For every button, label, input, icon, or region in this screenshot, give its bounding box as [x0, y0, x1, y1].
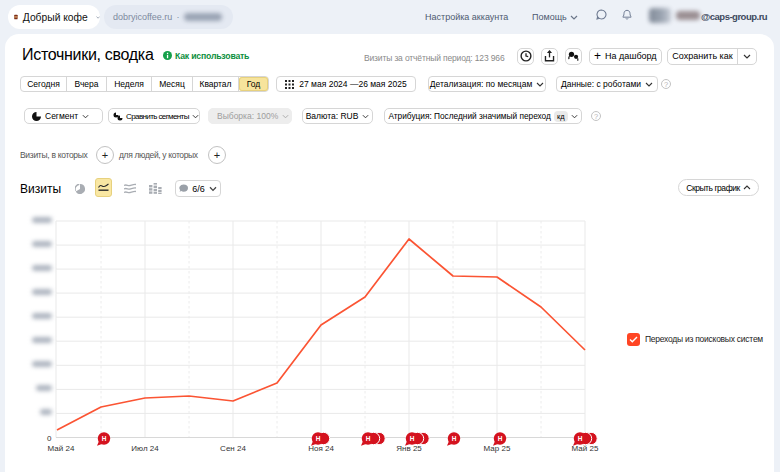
svg-text:Н: Н [578, 435, 583, 442]
svg-text:Н: Н [452, 435, 457, 442]
svg-text:Н: Н [410, 435, 415, 442]
svg-text:Н: Н [316, 435, 321, 442]
svg-text:Н: Н [498, 435, 503, 442]
svg-text:Н: Н [102, 435, 107, 442]
svg-text:Н: Н [366, 435, 371, 442]
